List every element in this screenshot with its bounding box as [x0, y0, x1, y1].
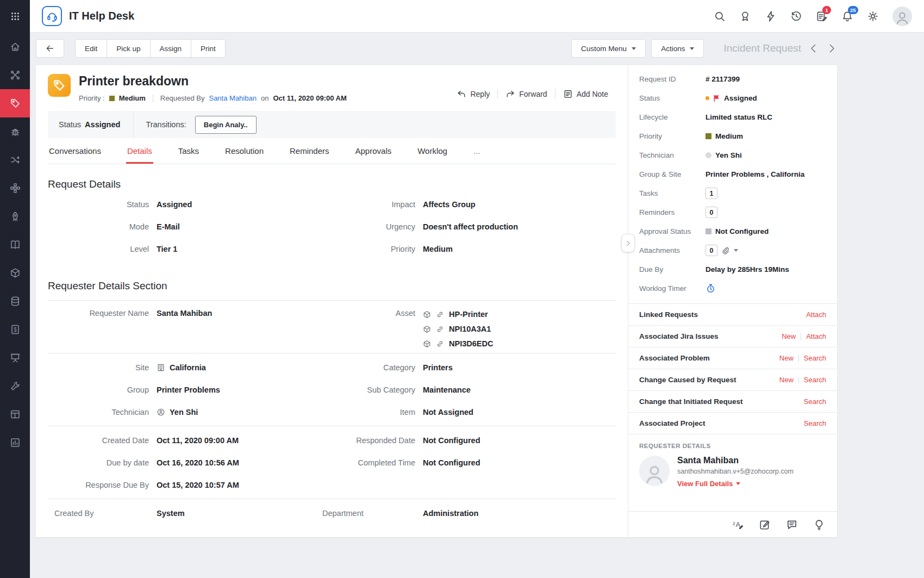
- history-icon[interactable]: [790, 10, 802, 22]
- requester-avatar: [639, 456, 670, 486]
- field-value: Maintenance: [423, 386, 616, 394]
- sidebar-item-admin[interactable]: [0, 372, 30, 400]
- lightbulb-icon[interactable]: [813, 519, 825, 531]
- sidebar-item-requests[interactable]: [0, 89, 30, 117]
- compose-note-icon[interactable]: [759, 519, 771, 531]
- tab-worklog[interactable]: Worklog: [416, 138, 448, 164]
- app-logo[interactable]: [42, 6, 62, 26]
- user-avatar[interactable]: [892, 7, 912, 26]
- asset-item[interactable]: NPI10A3A1: [423, 322, 493, 335]
- sidebar-item-contracts[interactable]: [0, 344, 30, 372]
- paperclip-icon[interactable]: [721, 246, 730, 255]
- field-value: Oct 15, 2020 10:57 AM: [157, 481, 322, 489]
- view-full-details-link[interactable]: View Full Details: [677, 480, 794, 488]
- new-link[interactable]: New: [782, 332, 796, 340]
- new-link[interactable]: New: [779, 354, 794, 362]
- field-row: Mode E-Mail Urgency Doesn't affect produ…: [48, 215, 616, 238]
- back-button[interactable]: [36, 39, 64, 58]
- custom-menu-button[interactable]: Custom Menu: [571, 39, 646, 58]
- previous-request-icon[interactable]: [808, 43, 819, 54]
- panel-associations: Linked Requests Attach Associated Jira I…: [628, 303, 837, 434]
- forward-button[interactable]: Forward: [497, 89, 554, 99]
- attach-link[interactable]: Attach: [806, 332, 826, 340]
- reply-button[interactable]: Reply: [449, 89, 497, 99]
- field-label: Group: [48, 386, 157, 394]
- panel-footer: [628, 511, 837, 537]
- search-icon[interactable]: [714, 10, 726, 22]
- sidebar-item-purchase[interactable]: [0, 315, 30, 344]
- attachments-count[interactable]: 0: [706, 245, 717, 256]
- begin-analysis-button[interactable]: Begin Analy..: [195, 116, 257, 134]
- print-button[interactable]: Print: [191, 39, 226, 58]
- actions-button[interactable]: Actions: [651, 39, 704, 58]
- home-icon: [10, 41, 21, 52]
- next-request-icon[interactable]: [826, 43, 837, 54]
- sidebar-item-spaces[interactable]: [0, 400, 30, 428]
- field-label: Response Due By: [48, 481, 157, 489]
- quick-actions-bolt-icon[interactable]: [765, 10, 777, 22]
- settings-gear-icon[interactable]: [867, 10, 879, 22]
- request-card: Printer breakdown Priority : Medium Requ…: [36, 65, 837, 537]
- notifications-bell-icon[interactable]: 25: [841, 10, 853, 22]
- add-note-button[interactable]: Add Note: [555, 89, 616, 99]
- new-link[interactable]: New: [779, 376, 794, 384]
- prop-row: Approval StatusNot Configured: [639, 222, 826, 241]
- edit-button[interactable]: Edit: [75, 39, 107, 58]
- association-row: Change that Initiated Request Search: [628, 390, 837, 412]
- dollar-doc-icon: [10, 324, 21, 335]
- request-details-group: Status Assigned Impact Affects Group Mod…: [48, 190, 616, 263]
- sidebar-item-releases[interactable]: [0, 202, 30, 231]
- sidebar-item-solutions[interactable]: [0, 231, 30, 259]
- search-link[interactable]: Search: [804, 397, 826, 406]
- tab-conversations[interactable]: Conversations: [48, 138, 102, 164]
- section-title-request-details: Request Details: [48, 178, 616, 190]
- tab-tasks[interactable]: Tasks: [177, 138, 200, 164]
- my-tasks-icon[interactable]: 1: [816, 10, 828, 22]
- reminders-count[interactable]: 0: [706, 207, 717, 218]
- collapse-panel-handle[interactable]: [621, 234, 635, 252]
- field-label: Category: [322, 363, 423, 372]
- app-launcher-button[interactable]: [0, 0, 30, 33]
- search-link[interactable]: Search: [804, 354, 826, 362]
- sidebar-item-home[interactable]: [0, 33, 30, 61]
- sidebar-item-projects[interactable]: [0, 174, 30, 202]
- tasks-count[interactable]: 1: [706, 188, 717, 199]
- field-label: Responded Date: [322, 436, 423, 445]
- sidebar-item-reports[interactable]: [0, 428, 30, 457]
- modules-icon: [10, 183, 21, 194]
- requester-name: Santa Mahiban: [677, 456, 794, 465]
- search-link[interactable]: Search: [804, 419, 826, 427]
- asset-item[interactable]: HP-Printer: [423, 308, 493, 321]
- sidebar-item-assets[interactable]: [0, 259, 30, 287]
- worklog-timer-icon[interactable]: [706, 283, 716, 294]
- chevron-down-icon[interactable]: [734, 249, 738, 252]
- sidebar-item-dashboard[interactable]: [0, 61, 30, 89]
- database-icon: [10, 296, 21, 307]
- award-icon[interactable]: [739, 10, 751, 22]
- field-row: Level Tier 1 Priority Medium: [48, 238, 616, 260]
- tab-more[interactable]: ...: [472, 138, 482, 164]
- request-meta: Priority : Medium Requested By Santa Mah…: [79, 94, 449, 102]
- field-row: Requester Name Santa Mahiban Asset HP-Pr…: [48, 303, 616, 350]
- priority-value: Medium: [715, 132, 743, 140]
- search-link[interactable]: Search: [804, 376, 826, 384]
- sidebar-item-changes[interactable]: [0, 146, 30, 174]
- sidebar-item-cmdb[interactable]: [0, 287, 30, 315]
- divider: [133, 111, 134, 138]
- pickup-button[interactable]: Pick up: [107, 39, 150, 58]
- chat-icon[interactable]: [786, 519, 798, 531]
- tab-reminders[interactable]: Reminders: [289, 138, 330, 164]
- action-button-group: Edit Pick up Assign Print: [75, 39, 226, 58]
- tab-resolution[interactable]: Resolution: [224, 138, 265, 164]
- sidebar-item-problems[interactable]: [0, 117, 30, 146]
- chevron-down-icon: [690, 47, 694, 50]
- tab-approvals[interactable]: Approvals: [354, 138, 393, 164]
- tab-details[interactable]: Details: [126, 138, 153, 164]
- requester-link[interactable]: Santa Mahiban: [209, 94, 256, 102]
- asset-item[interactable]: NPI3D6EDC: [423, 337, 493, 350]
- attach-link[interactable]: Attach: [806, 310, 826, 319]
- assign-button[interactable]: Assign: [150, 39, 192, 58]
- headset-icon: [46, 10, 59, 23]
- app-title: IT Help Desk: [69, 10, 134, 22]
- translate-icon[interactable]: [732, 519, 744, 531]
